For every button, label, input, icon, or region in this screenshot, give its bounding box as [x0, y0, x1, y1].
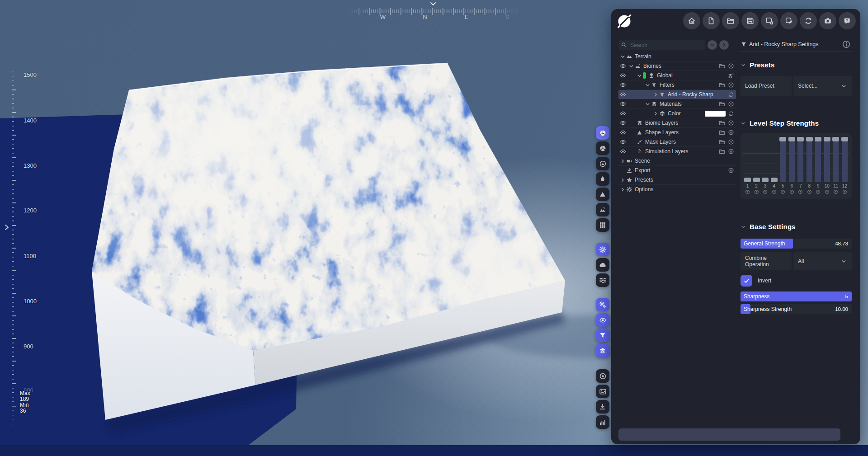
combine-operation-select[interactable]: All	[793, 252, 852, 270]
step-eye-icon[interactable]	[754, 189, 759, 194]
tree-row-global[interactable]: Global	[618, 71, 736, 80]
screenshot-image-button[interactable]	[596, 385, 609, 398]
camera-capture-button[interactable]	[819, 12, 836, 29]
water-waves-button[interactable]	[596, 273, 609, 287]
invert-checkbox[interactable]	[741, 275, 752, 287]
visibility-eye-icon[interactable]	[620, 101, 626, 107]
mountain-button[interactable]	[596, 188, 609, 201]
add-plus-icon[interactable]	[728, 129, 734, 136]
tree-row-presets[interactable]: Presets	[618, 175, 736, 185]
visibility-eye-icon[interactable]	[620, 120, 626, 126]
slider-handle[interactable]	[797, 137, 804, 141]
chevron-down-icon[interactable]	[645, 82, 651, 88]
chevron-right-icon[interactable]	[620, 177, 626, 183]
tree-row-export[interactable]: Export	[618, 166, 736, 175]
group-folder-icon[interactable]	[719, 120, 725, 126]
color-swatch-white[interactable]	[705, 111, 726, 117]
tree-row-arid-rocky-sharp[interactable]: Arid - Rocky Sharp	[618, 90, 736, 99]
visibility-eye-icon[interactable]	[620, 91, 626, 98]
sharpness-strength-slider[interactable]: Sharpness Strength 10.00	[741, 304, 852, 314]
slider-handle[interactable]	[762, 178, 769, 182]
slider-handle[interactable]	[753, 178, 760, 182]
expand-left-panel-icon[interactable]	[4, 224, 9, 230]
slider-handle[interactable]	[788, 137, 795, 141]
home-button[interactable]	[683, 12, 700, 29]
level-step-slider[interactable]: 3	[762, 137, 769, 194]
add-plus-icon[interactable]	[728, 101, 734, 107]
sphere-view-button[interactable]	[596, 126, 609, 140]
add-plus-icon[interactable]	[728, 82, 734, 88]
tree-row-materials[interactable]: Materials	[618, 99, 736, 109]
step-eye-icon[interactable]	[798, 189, 803, 194]
open-folder-button[interactable]	[722, 12, 739, 29]
tree-row-shape-layers[interactable]: Shape Layers	[618, 128, 736, 137]
step-eye-icon[interactable]	[745, 189, 750, 194]
step-eye-icon[interactable]	[772, 189, 777, 194]
save-edit-button[interactable]	[780, 12, 797, 29]
chevron-right-icon[interactable]	[620, 187, 626, 193]
level-steps-section-header[interactable]: Level Step Strengths	[741, 119, 852, 127]
help-feedback-button[interactable]	[839, 12, 856, 29]
droplet-button[interactable]	[596, 172, 609, 186]
slider-handle[interactable]	[832, 137, 839, 141]
level-step-slider[interactable]: 7	[797, 137, 804, 194]
add-plus-icon[interactable]	[728, 167, 734, 174]
chevron-right-icon[interactable]	[653, 111, 659, 117]
level-step-slider[interactable]: 10	[824, 137, 830, 194]
group-folder-icon[interactable]	[719, 63, 725, 69]
add-layer-icon[interactable]	[727, 72, 734, 79]
visibility-eye-icon[interactable]	[620, 63, 626, 69]
tree-row-color[interactable]: Color	[618, 109, 736, 118]
step-eye-icon[interactable]	[816, 189, 821, 194]
level-step-slider[interactable]: 11	[832, 137, 839, 194]
level-step-slider[interactable]: 1	[744, 137, 751, 194]
slider-handle[interactable]	[815, 137, 821, 141]
slider-handle[interactable]	[824, 137, 830, 141]
general-strength-slider[interactable]: General Strength 48.73	[741, 239, 852, 249]
new-file-button[interactable]	[703, 12, 720, 29]
slider-handle[interactable]	[841, 137, 848, 141]
layer-stack-button[interactable]	[596, 344, 609, 357]
visibility-eye-icon[interactable]	[620, 129, 626, 136]
chevron-right-icon[interactable]	[620, 158, 626, 164]
tree-row-biome-layers[interactable]: Biome Layers	[618, 118, 736, 128]
filter-funnel-button[interactable]	[596, 329, 609, 342]
auto-process-gears-button[interactable]	[596, 298, 609, 311]
group-folder-icon[interactable]	[719, 148, 725, 155]
slider-handle[interactable]	[779, 137, 786, 141]
level-step-slider[interactable]: 5	[779, 137, 786, 194]
tree-row-simulation-layers[interactable]: Simulation Layers	[618, 147, 736, 156]
step-eye-icon[interactable]	[825, 189, 830, 194]
group-folder-icon[interactable]	[719, 82, 725, 88]
search-box[interactable]	[618, 40, 705, 50]
visibility-eye-icon[interactable]	[620, 72, 626, 79]
slider-handle[interactable]	[744, 178, 751, 182]
group-folder-icon[interactable]	[719, 129, 725, 136]
step-eye-icon[interactable]	[780, 189, 785, 194]
cloud-button[interactable]	[596, 258, 609, 272]
slider-handle[interactable]	[806, 137, 813, 141]
chevron-down-icon[interactable]	[645, 101, 651, 107]
add-plus-icon[interactable]	[728, 120, 734, 126]
panel-resize-grip[interactable]	[610, 413, 611, 420]
add-plus-icon[interactable]	[728, 63, 734, 69]
tree-row-mask-layers[interactable]: Mask Layers	[618, 137, 736, 147]
chevron-right-icon[interactable]	[653, 92, 659, 98]
sync-refresh-button[interactable]	[800, 12, 817, 29]
chevron-down-icon[interactable]	[637, 73, 643, 79]
step-eye-icon[interactable]	[833, 189, 838, 194]
visibility-eye-button[interactable]	[596, 313, 609, 327]
refresh-icon[interactable]	[728, 111, 734, 117]
add-plus-icon[interactable]	[728, 148, 734, 155]
slider-handle[interactable]	[771, 178, 778, 182]
add-plus-icon[interactable]	[728, 139, 734, 145]
settings-gear-button[interactable]	[596, 243, 609, 256]
grid-button[interactable]	[596, 218, 609, 232]
level-step-slider[interactable]: 4	[771, 137, 778, 194]
level-step-slider[interactable]: 2	[753, 137, 760, 194]
search-input[interactable]	[629, 40, 703, 51]
tree-row-biomes[interactable]: Biomes	[618, 61, 736, 71]
tree-row-scene[interactable]: Scene	[618, 156, 736, 166]
group-folder-icon[interactable]	[719, 101, 725, 107]
biomes-button[interactable]	[596, 203, 609, 216]
